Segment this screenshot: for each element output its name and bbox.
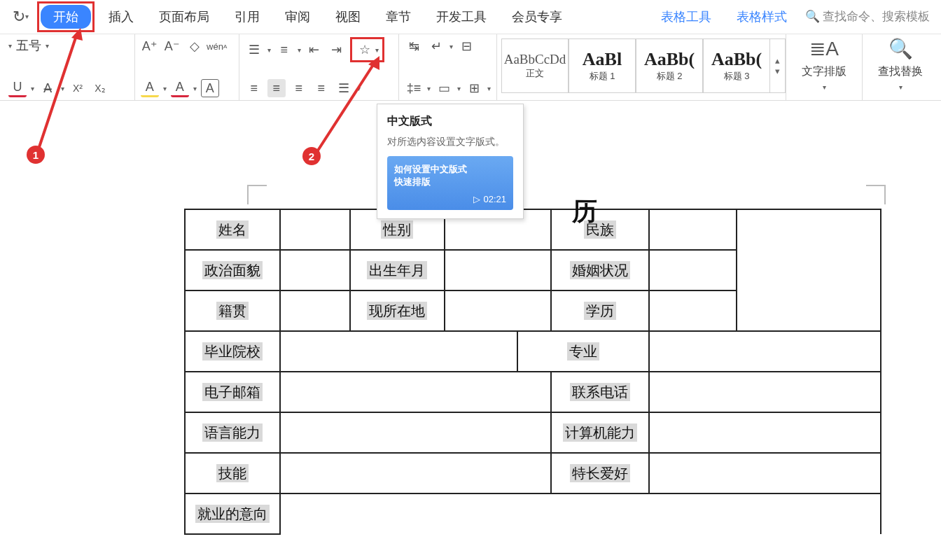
tab-insert[interactable]: 插入 xyxy=(96,4,146,29)
increase-font-button[interactable]: A⁺ xyxy=(141,37,159,55)
style-gallery-more[interactable]: ▴▾ xyxy=(770,38,786,93)
subscript-button[interactable]: X₂ xyxy=(91,79,109,97)
find-replace-button[interactable]: 🔍 查找替换▾ xyxy=(868,37,933,91)
style-normal[interactable]: AaBbCcDd 正文 xyxy=(501,38,569,93)
text-layout-button[interactable]: ≣A 文字排版▾ xyxy=(792,37,856,91)
tab-section[interactable]: 章节 xyxy=(373,4,424,29)
style-heading2[interactable]: AaBb( 标题 2 xyxy=(636,38,703,93)
tooltip-video-title: 如何设置中文版式 快速排版 xyxy=(394,163,506,188)
underline-button[interactable]: U xyxy=(8,79,27,97)
page-corner-icon xyxy=(247,185,267,204)
tab-start[interactable]: 开始 xyxy=(41,5,91,29)
doc-title-fragment: 历 xyxy=(572,195,597,229)
clear-format-button[interactable]: ◇ xyxy=(186,37,204,55)
ruler-button[interactable]: ⊟ xyxy=(457,37,475,55)
redo-button[interactable]: ↻ ▾ xyxy=(6,8,36,26)
tab-view[interactable]: 视图 xyxy=(323,4,373,29)
annotation-arrow-2 xyxy=(307,56,391,164)
tab-settings-button[interactable]: ↹ xyxy=(405,37,423,55)
tooltip-chinese-layout: 中文版式 对所选内容设置文字版式。 如何设置中文版式 快速排版 ▷02:21 xyxy=(377,104,524,219)
table-row: 电子邮箱 联系电话 xyxy=(185,372,881,412)
tab-table-tools[interactable]: 表格工具 xyxy=(648,4,724,29)
annotation-badge-2: 2 xyxy=(302,147,321,165)
highlight-box-1: 开始 xyxy=(37,1,95,32)
table-row: 技能 特长爱好 xyxy=(185,453,881,493)
table-row: 就业的意向 xyxy=(185,493,881,534)
page-corner-icon xyxy=(866,185,886,204)
play-icon: ▷ xyxy=(473,194,480,204)
tooltip-video-card[interactable]: 如何设置中文版式 快速排版 ▷02:21 xyxy=(387,156,513,210)
menu-bar: ↻ ▾ 开始 插入 页面布局 引用 审阅 视图 章节 开发工具 会员专享 表格工… xyxy=(0,0,941,34)
decrease-font-button[interactable]: A⁻ xyxy=(163,37,181,55)
annotation-badge-1: 1 xyxy=(27,146,45,164)
magnifier-icon: 🔍 xyxy=(888,37,913,60)
tab-member[interactable]: 会员专享 xyxy=(499,4,575,29)
svg-line-2 xyxy=(316,62,375,153)
tab-table-style[interactable]: 表格样式 xyxy=(724,4,800,29)
tab-devtools[interactable]: 开发工具 xyxy=(424,4,499,29)
dropdown-caret-icon[interactable]: ▾ xyxy=(8,42,12,50)
svg-marker-1 xyxy=(71,28,83,41)
align-right-button[interactable]: ≡ xyxy=(290,79,308,97)
borders-button[interactable]: ⊞ xyxy=(465,79,483,97)
shading-button[interactable]: ▭ xyxy=(435,79,453,97)
numbering-button[interactable]: ≡ xyxy=(275,41,293,59)
phonetic-button[interactable]: wénA xyxy=(208,37,226,55)
svg-line-0 xyxy=(39,34,77,147)
style-gallery: AaBbCcDd 正文 AaBl 标题 1 AaBb( 标题 2 AaBb( 标… xyxy=(501,38,786,93)
tooltip-title: 中文版式 xyxy=(387,114,513,129)
search-commands[interactable]: 🔍 查找命令、搜索模板 xyxy=(800,8,935,24)
style-heading1[interactable]: AaBl 标题 1 xyxy=(569,38,636,93)
table-row: 姓名 性别 民族 xyxy=(185,209,881,250)
search-icon: 🔍 xyxy=(805,9,820,24)
table-row: 语言能力 计算机能力 xyxy=(185,412,881,453)
align-center-button[interactable]: ≡ xyxy=(267,79,286,97)
resume-table[interactable]: 姓名 性别 民族 政治面貌 出生年月 婚姻状况 籍贯 现所在地 学历 毕业院校 … xyxy=(184,209,881,535)
highlight-button[interactable]: A xyxy=(141,79,159,97)
tooltip-desc: 对所选内容设置文字版式。 xyxy=(387,134,513,149)
font-color-button[interactable]: A xyxy=(171,79,189,97)
line-spacing-button[interactable]: ‡≡ xyxy=(405,79,423,97)
table-row: 毕业院校 专业 xyxy=(185,331,881,372)
text-layout-icon: ≣A xyxy=(809,37,839,60)
annotation-arrow-1 xyxy=(28,28,84,157)
tab-review[interactable]: 审阅 xyxy=(272,4,323,29)
tab-references[interactable]: 引用 xyxy=(222,4,272,29)
bullets-button[interactable]: ☰ xyxy=(245,41,263,59)
align-left-button[interactable]: ≡ xyxy=(245,79,263,97)
ribbon: ▾ 五号 ▾ U ▾ A̶ ▾ X² X₂ A⁺ A⁻ ◇ wénA A ▾ A… xyxy=(0,34,941,101)
style-heading3[interactable]: AaBb( 标题 3 xyxy=(703,38,770,93)
tab-pagelayout[interactable]: 页面布局 xyxy=(146,4,222,29)
line-break-button[interactable]: ↵ xyxy=(427,37,445,55)
char-border-button[interactable]: A xyxy=(201,79,219,97)
